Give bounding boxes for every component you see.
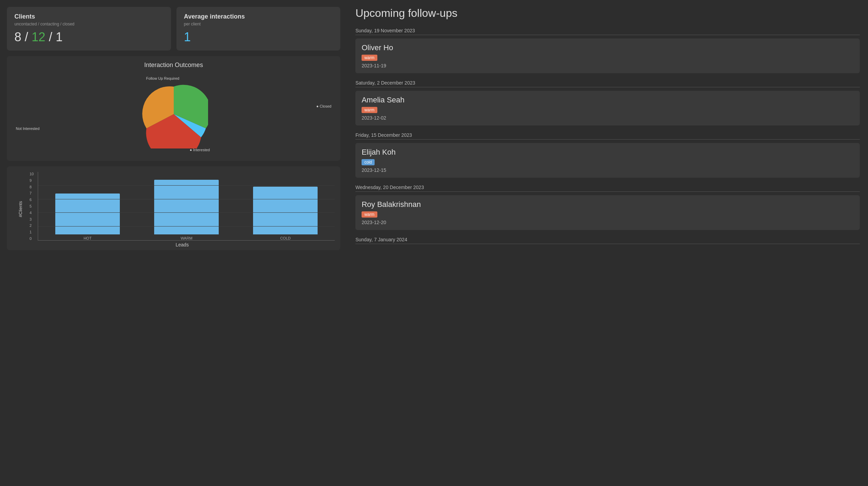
clients-card: Clients uncontacted / contacting / close… <box>7 7 171 51</box>
clients-subtitle: uncontacted / contacting / closed <box>14 22 163 26</box>
followup-name-amelia: Amelia Seah <box>362 96 854 104</box>
followup-name-oliver: Oliver Ho <box>362 43 854 52</box>
contacting-count: 12 <box>32 30 45 44</box>
bar-chart-section: #Clients 0 1 2 3 4 5 6 7 8 9 10 <box>7 166 340 250</box>
clients-title: Clients <box>14 13 163 20</box>
followup-date-elijah: 2023-12-15 <box>362 167 854 173</box>
bar-chart-wrapper: #Clients 0 1 2 3 4 5 6 7 8 9 10 <box>12 172 335 247</box>
bar-cold-label: COLD <box>280 236 291 240</box>
pie-container: Follow Up Required ● Closed Not Interest… <box>12 73 335 155</box>
date-group-5: Sunday, 7 January 2024 <box>355 234 860 244</box>
main-layout: Clients uncontacted / contacting / close… <box>0 0 868 486</box>
bar-hot-label: HOT <box>83 236 91 240</box>
tick-3: 3 <box>30 217 36 221</box>
tick-8: 8 <box>30 185 36 189</box>
tick-2: 2 <box>30 223 36 228</box>
outcomes-title: Interaction Outcomes <box>12 62 335 69</box>
tick-5: 5 <box>30 204 36 208</box>
bar-warm-label: WARM <box>181 236 192 240</box>
label-notinterested: Not Interested <box>16 126 39 131</box>
right-panel: Upcoming follow-ups Sunday, 19 November … <box>347 0 868 486</box>
bar-hot: HOT <box>42 172 134 240</box>
pie-chart <box>139 80 208 148</box>
y-axis-ticks: 0 1 2 3 4 5 6 7 8 9 10 <box>30 172 38 241</box>
avg-value: 1 <box>184 30 191 44</box>
followup-elijah: Elijah Koh cold 2023-12-15 <box>355 143 860 178</box>
bar-hot-rect <box>55 194 120 234</box>
followup-roy: Roy Balakrishnan warm 2023-12-20 <box>355 195 860 230</box>
followup-date-amelia: 2023-12-02 <box>362 115 854 121</box>
tick-7: 7 <box>30 191 36 195</box>
avg-interactions-subtitle: per client <box>184 22 333 26</box>
tick-0: 0 <box>30 236 36 241</box>
bar-cold: COLD <box>239 172 331 240</box>
x-axis-label: Leads <box>30 242 335 247</box>
separator2: / <box>49 30 56 44</box>
followup-amelia: Amelia Seah warm 2023-12-02 <box>355 91 860 125</box>
closed-count: 1 <box>56 30 62 44</box>
followup-date-oliver: 2023-11-19 <box>362 63 854 68</box>
followups-title: Upcoming follow-ups <box>355 7 860 20</box>
tick-4: 4 <box>30 211 36 215</box>
left-panel: Clients uncontacted / contacting / close… <box>0 0 347 486</box>
label-closed: ● Closed <box>316 104 331 108</box>
tick-1: 1 <box>30 230 36 234</box>
bar-warm: WARM <box>140 172 232 240</box>
avg-interactions-value: 1 <box>184 30 333 44</box>
uncontacted-count: 8 <box>14 30 21 44</box>
tag-elijah: cold <box>362 159 375 165</box>
bars-area: HOT WARM COLD <box>38 172 335 241</box>
followup-oliver: Oliver Ho warm 2023-11-19 <box>355 38 860 73</box>
y-axis-label: #Clients <box>18 201 23 217</box>
tag-roy: warm <box>362 211 377 218</box>
avg-interactions-title: Average interactions <box>184 13 333 20</box>
avg-interactions-card: Average interactions per client 1 <box>176 7 341 51</box>
date-group-1: Sunday, 19 November 2023 <box>355 25 860 35</box>
followup-name-roy: Roy Balakrishnan <box>362 200 854 209</box>
date-group-4: Wednesday, 20 December 2023 <box>355 182 860 192</box>
tag-amelia: warm <box>362 107 377 113</box>
clients-value: 8 / 12 / 1 <box>14 30 163 44</box>
followup-date-roy: 2023-12-20 <box>362 220 854 225</box>
separator1: / <box>25 30 32 44</box>
date-group-3: Friday, 15 December 2023 <box>355 130 860 140</box>
label-followup: Follow Up Required <box>146 76 180 80</box>
outcomes-section: Interaction Outcomes Follow Up Required … <box>7 56 340 161</box>
bar-cold-rect <box>253 187 318 234</box>
followup-name-elijah: Elijah Koh <box>362 148 854 157</box>
bar-warm-rect <box>154 180 219 234</box>
tick-9: 9 <box>30 178 36 183</box>
tag-oliver: warm <box>362 55 377 61</box>
date-group-2: Saturday, 2 December 2023 <box>355 77 860 87</box>
tick-10: 10 <box>30 172 36 176</box>
label-interested: ● Interested <box>190 148 210 152</box>
stats-row: Clients uncontacted / contacting / close… <box>7 7 340 51</box>
tick-6: 6 <box>30 198 36 202</box>
bar-chart-inner: 0 1 2 3 4 5 6 7 8 9 10 <box>30 172 335 241</box>
